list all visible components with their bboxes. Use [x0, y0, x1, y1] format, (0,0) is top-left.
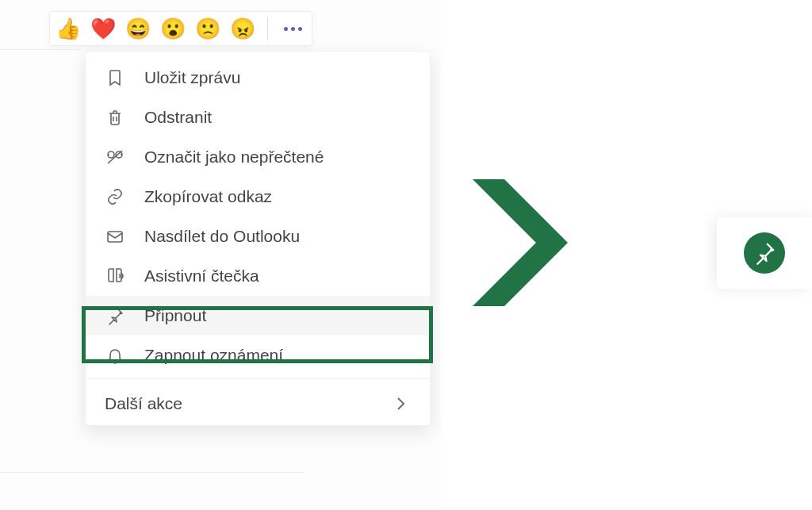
reaction-heart-icon[interactable]: ❤️ — [91, 17, 115, 40]
more-options-icon[interactable] — [281, 27, 305, 31]
menu-item-label: Označit jako nepřečtené — [144, 148, 324, 167]
bookmark-icon — [105, 67, 125, 88]
menu-pin[interactable]: Připnout — [86, 296, 430, 336]
menu-separator — [86, 378, 430, 379]
pinned-result-chip — [717, 217, 812, 289]
menu-item-label: Zkopírovat odkaz — [144, 187, 272, 206]
mail-icon — [105, 226, 125, 247]
menu-delete[interactable]: Odstranit — [86, 98, 430, 137]
reaction-angry-icon[interactable]: 😠 — [231, 17, 255, 40]
reaction-laugh-icon[interactable]: 😄 — [126, 17, 150, 40]
menu-more-actions[interactable]: Další akce — [86, 382, 430, 425]
menu-item-label: Připnout — [144, 306, 206, 325]
left-panel: 👍 ❤️ 😄 😮 🙁 😠 Uložit zprávu Odstranit — [0, 0, 441, 510]
reaction-like-icon[interactable]: 👍 — [56, 17, 80, 40]
annotation-arrow-icon — [465, 171, 576, 314]
unread-icon — [105, 147, 125, 167]
menu-share-outlook[interactable]: Nasdílet do Outlooku — [86, 217, 430, 256]
menu-item-label: Odstranit — [144, 108, 212, 127]
divider — [0, 472, 305, 473]
menu-mark-unread[interactable]: Označit jako nepřečtené — [86, 137, 430, 177]
divider — [0, 49, 79, 50]
reader-icon — [105, 266, 125, 286]
menu-item-label: Zapnout oznámení — [144, 346, 283, 365]
menu-copy-link[interactable]: Zkopírovat odkaz — [86, 177, 430, 217]
pin-icon — [105, 305, 125, 326]
trash-icon — [105, 107, 125, 128]
menu-save-message[interactable]: Uložit zprávu — [86, 58, 430, 98]
chevron-right-icon — [390, 393, 411, 414]
svg-rect-3 — [108, 232, 122, 242]
menu-item-label: Další akce — [105, 394, 182, 413]
menu-immersive-reader[interactable]: Asistivní čtečka — [86, 256, 430, 296]
menu-turn-on-notifications[interactable]: Zapnout oznámení — [86, 336, 430, 375]
menu-item-label: Asistivní čtečka — [144, 267, 259, 286]
menu-item-label: Nasdílet do Outlooku — [144, 227, 300, 246]
message-context-menu: Uložit zprávu Odstranit Označit jako nep… — [85, 51, 431, 426]
reaction-bar: 👍 ❤️ 😄 😮 🙁 😠 — [49, 11, 312, 46]
link-icon — [105, 186, 125, 207]
menu-item-label: Uložit zprávu — [144, 68, 240, 87]
bell-icon — [105, 345, 125, 366]
reaction-surprised-icon[interactable]: 😮 — [161, 17, 185, 40]
pin-badge-icon — [744, 232, 785, 274]
separator — [267, 17, 268, 40]
reaction-sad-icon[interactable]: 🙁 — [196, 17, 220, 40]
